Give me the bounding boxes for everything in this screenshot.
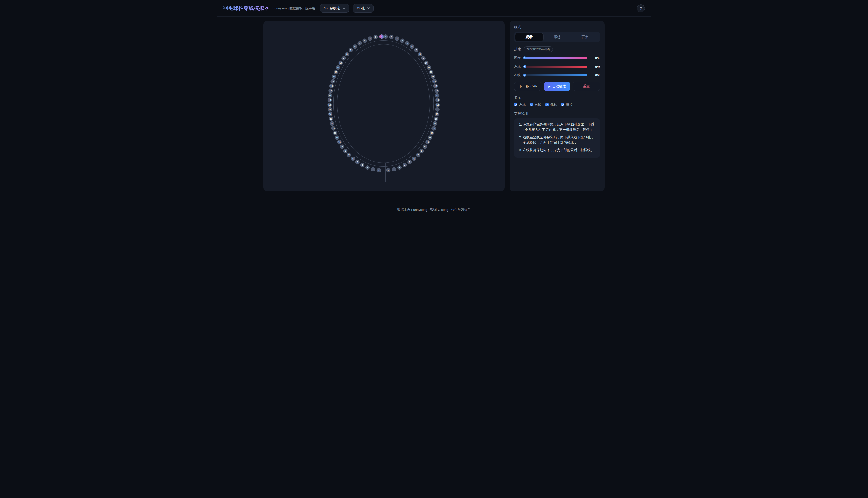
- svg-text:13: 13: [333, 75, 335, 78]
- hole-right-20: 17: [435, 107, 439, 112]
- mode-tab-watch[interactable]: 观看: [515, 33, 544, 41]
- hole-right-18: 18: [436, 98, 440, 102]
- svg-text:16: 16: [329, 89, 332, 92]
- display-checkbox-left-string[interactable]: 左线: [514, 102, 526, 107]
- autoplay-button[interactable]: ▶ 自动播放: [544, 82, 571, 91]
- hole-left-24: 13: [331, 126, 335, 130]
- next-step-button[interactable]: 下一步 +5%: [514, 82, 542, 91]
- chevron-down-icon: [367, 7, 370, 9]
- reset-button[interactable]: 重置: [573, 82, 600, 91]
- svg-text:6: 6: [411, 45, 413, 48]
- display-checkbox-numbers[interactable]: 编号: [561, 102, 572, 107]
- hole-left-20: 17: [328, 107, 332, 112]
- page: 羽毛球拍穿线模拟器 Funnysong 数据授权 · 练手用 SZ 穿线法 72…: [217, 0, 651, 249]
- svg-text:14: 14: [434, 122, 436, 125]
- racket-frame-outer: [333, 41, 434, 167]
- slider-thumb-sync[interactable]: [523, 56, 527, 60]
- hole-left-19: 18: [327, 103, 332, 107]
- hole-right-33: 4: [403, 163, 406, 167]
- hole-right-7: 7: [414, 48, 418, 52]
- hole-left-13: 13: [332, 75, 336, 79]
- hole-left-35: 2: [371, 167, 375, 171]
- help-button[interactable]: ?: [637, 4, 645, 12]
- svg-text:2: 2: [391, 36, 392, 38]
- mode-tab-follow[interactable]: 跟练: [544, 33, 571, 41]
- display-checkbox-right-string[interactable]: 右线: [530, 102, 541, 107]
- hole-right-15: 15: [433, 84, 438, 88]
- hole-left-12: 12: [334, 70, 338, 74]
- hole-right-3: 3: [395, 37, 399, 41]
- svg-text:12: 12: [334, 132, 336, 134]
- hole-left-26: 11: [335, 135, 339, 140]
- svg-text:8: 8: [419, 53, 421, 55]
- hole-right-34: 3: [397, 166, 401, 169]
- svg-text:4: 4: [364, 39, 365, 42]
- progress-hint-badge: 拖拽滑块观看动画: [524, 47, 553, 52]
- hole-right-24: 13: [432, 126, 436, 130]
- hole-left-22: 15: [329, 117, 333, 121]
- mode-tabbar: 观看跟练盲穿: [514, 32, 600, 42]
- hole-left-32: 5: [355, 160, 359, 164]
- svg-text:7: 7: [350, 49, 351, 51]
- svg-text:7: 7: [416, 49, 417, 51]
- hole-right-23: 14: [433, 121, 437, 126]
- chevron-down-icon: [342, 7, 345, 9]
- hole-right-8: 8: [418, 52, 422, 56]
- hole-left-21: 16: [328, 112, 332, 116]
- checkbox-checked-icon: [561, 103, 564, 106]
- svg-text:15: 15: [330, 85, 333, 87]
- hole-right-4: 4: [400, 39, 404, 43]
- svg-text:9: 9: [341, 145, 343, 148]
- hole-left-4: 4: [363, 39, 367, 43]
- slider-row-left-string: 左线0%: [514, 64, 600, 69]
- svg-text:3: 3: [367, 167, 368, 169]
- svg-text:16: 16: [436, 113, 438, 116]
- slider-track-sync[interactable]: [525, 57, 587, 59]
- hole-right-1: 1: [384, 35, 388, 38]
- hole-count-select[interactable]: 72 孔: [353, 4, 374, 13]
- hole-left-29: 8: [343, 149, 347, 153]
- action-buttons: 下一步 +5% ▶ 自动播放 重置: [514, 82, 600, 91]
- instructions-card: 左线在穿完外侧竖线，从左下第12孔穿出，下跳1个孔穿入左下第10孔，穿一根横线后…: [514, 118, 600, 158]
- svg-text:13: 13: [432, 127, 435, 130]
- hole-left-2: 2: [374, 35, 378, 39]
- stringing-method-select[interactable]: SZ 穿线法: [320, 4, 349, 13]
- mode-section-label: 模式: [514, 25, 600, 30]
- instructions-list: 左线在穿完外侧竖线，从左下第12孔穿出，下跳1个孔穿入左下第10孔，穿一根横线后…: [518, 122, 596, 153]
- hole-right-25: 12: [430, 131, 434, 135]
- slider-thumb-left-string[interactable]: [523, 65, 527, 68]
- progress-header: 进度 拖拽滑块观看动画: [514, 47, 600, 52]
- hole-left-17: 17: [328, 93, 332, 97]
- play-icon: ▶: [548, 85, 550, 88]
- hole-right-17: 17: [435, 93, 439, 97]
- svg-text:12: 12: [431, 132, 433, 134]
- display-checkbox-hole-marks[interactable]: 孔标: [545, 102, 557, 107]
- slider-track-left-string[interactable]: [525, 66, 587, 67]
- header-selects: SZ 穿线法 72 孔: [320, 4, 374, 13]
- slider-row-sync: 同步0%: [514, 55, 600, 61]
- slider-track-right-string[interactable]: [525, 74, 587, 76]
- hole-right-30: 7: [416, 153, 420, 157]
- checkbox-checked-icon: [545, 103, 548, 106]
- svg-text:1: 1: [381, 35, 382, 38]
- svg-text:8: 8: [345, 149, 346, 152]
- svg-text:5: 5: [407, 42, 408, 45]
- svg-text:9: 9: [343, 57, 344, 60]
- hole-count-value: 72 孔: [357, 6, 365, 11]
- control-panel: 模式 观看跟练盲穿 进度 拖拽滑块观看动画 同步0%左线0%右线0% 下一步 +…: [509, 21, 605, 191]
- mode-tab-blind[interactable]: 盲穿: [571, 33, 599, 41]
- svg-text:17: 17: [436, 108, 439, 111]
- checkbox-label: 左线: [519, 102, 526, 107]
- hole-left-25: 12: [333, 131, 337, 135]
- svg-text:3: 3: [396, 37, 398, 40]
- hole-right-10: 10: [425, 61, 428, 65]
- hole-left-6: 6: [353, 45, 357, 49]
- svg-text:17: 17: [329, 94, 331, 97]
- svg-text:7: 7: [417, 154, 419, 156]
- hole-right-16: 16: [435, 89, 439, 93]
- app-footer: 数据来自 Funnysong · 致谢 G.song · 仅供学习练手: [217, 203, 651, 212]
- hole-right-14: 14: [432, 79, 437, 83]
- slider-thumb-right-string[interactable]: [523, 74, 527, 77]
- hole-left-27: 10: [337, 140, 341, 144]
- checkbox-checked-icon: [530, 103, 533, 106]
